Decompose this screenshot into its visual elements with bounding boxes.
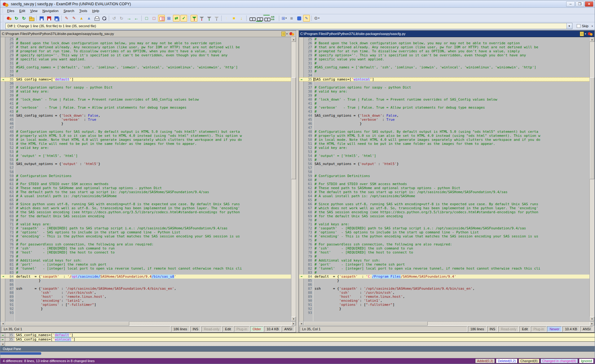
code-line[interactable]: 34 <box>299 73 589 77</box>
code-text[interactable]: } <box>15 122 291 126</box>
code-text[interactable]: # valid key are: <box>15 89 291 93</box>
code-line[interactable]: 38# valid key are: <box>1 89 291 93</box>
code-text[interactable]: SAS_output_options = {'output' : 'html5'… <box>15 162 291 166</box>
code-line[interactable]: 26# Based upon the lock_down configurati… <box>1 41 291 45</box>
diff-count-badge-chinch[interactable]: Changed in changed(8) <box>540 358 578 363</box>
code-line[interactable]: 27# that are defined already. Any necess… <box>1 45 291 49</box>
open-composite-icon[interactable]: ▲ <box>86 15 92 22</box>
code-line[interactable]: 47 <box>299 126 589 130</box>
code-line[interactable]: 87ssh = {'saspath' : '/opt/sasinside/SAS… <box>299 287 589 291</box>
code-text[interactable]: # 'host' - [REQUIRED] the host to connec… <box>314 250 589 254</box>
code-line[interactable]: 93 <box>299 311 589 315</box>
code-line[interactable]: 74# 'encoding' - This is the python enco… <box>1 234 291 238</box>
menu-item-view[interactable]: View <box>28 8 40 13</box>
code-text[interactable]: #SAS_config_names = ['default', 'ssh', '… <box>314 65 589 69</box>
menu-item-help[interactable]: Help <box>90 8 102 13</box>
open-files-icon[interactable] <box>28 15 35 22</box>
code-text[interactable]: # 'verbose' - True | False. True = Allow… <box>314 106 589 110</box>
code-text[interactable]: # The default path to the sas start up s… <box>15 190 291 194</box>
code-text[interactable]: # 'lock_down' - True | False. True = Pre… <box>314 98 589 102</box>
code-text[interactable]: 'host' : 'remote.linux.host', <box>314 295 589 299</box>
code-text[interactable]: # Since python uses utf-8, running SAS w… <box>15 202 291 206</box>
code-line[interactable]: 39# <box>299 93 589 98</box>
code-line[interactable]: 86 <box>299 283 589 287</box>
skip-diff-checkbox[interactable]: Skip <box>577 24 588 28</box>
menu-item-files[interactable]: Files <box>5 8 17 13</box>
code-text[interactable]: # 'host' - [REQUIRED] the host to connec… <box>15 250 291 254</box>
code-text[interactable] <box>314 311 589 315</box>
code-text[interactable]: # valid keys are: <box>314 222 589 226</box>
code-text[interactable]: # which does not work well as utf-8. So,… <box>15 206 291 210</box>
code-line[interactable]: 72# 'saspath' - [REQUIRED] path to SAS s… <box>1 226 291 230</box>
scroll-down-icon[interactable]: ▼ <box>590 317 594 321</box>
code-text[interactable]: # A usual install path is: /opt/sasinsid… <box>15 194 291 198</box>
code-line[interactable]: 44SAS_config_options = {'lock_down': Fal… <box>299 114 589 118</box>
code-text[interactable]: } <box>314 279 589 283</box>
code-line[interactable]: 78# 'host' - [REQUIRED] the host to conn… <box>1 250 291 254</box>
code-text[interactable]: # <box>314 158 589 162</box>
code-text[interactable]: # valid key are: <box>15 146 291 150</box>
code-text[interactable]: # The default path to the sas start up s… <box>314 190 589 194</box>
code-text[interactable]: # the SAS session encoding (see https://… <box>314 210 589 214</box>
code-line[interactable]: 70# <box>299 218 589 222</box>
code-line[interactable]: 40# 'lock_down' - True | False. True = P… <box>299 98 589 102</box>
code-text[interactable]: default = {'saspath' : '/opt/sasinside/S… <box>15 275 291 279</box>
scroll-up-icon[interactable]: ▲ <box>590 37 594 42</box>
code-line[interactable]: 53# <box>299 150 589 154</box>
code-text[interactable]: # valid keys are: <box>15 222 291 226</box>
code-text[interactable]: # <box>15 150 291 154</box>
code-text[interactable]: # for the default Unix SAS session encod… <box>15 214 291 218</box>
code-line[interactable]: 31# <box>1 61 291 65</box>
code-line[interactable]: 45 'verbose' : True <box>299 118 589 122</box>
save-first-icon[interactable] <box>46 15 52 22</box>
code-line[interactable]: 80# Additional valid keys for ssh: <box>299 258 589 262</box>
diff-report-icon[interactable]: ✎ <box>303 15 310 22</box>
diff-count-badge-deleted[interactable]: Deleted(0,2) <box>496 358 518 363</box>
code-line[interactable]: 62# These need path to SASHome and optio… <box>1 186 291 190</box>
save-all-icon[interactable] <box>53 15 60 22</box>
code-line[interactable]: 77# 'ssh' - [REQUIRED] the ssh command t… <box>1 246 291 250</box>
code-text[interactable]: # 'options' - SAS options to include in … <box>314 230 589 234</box>
code-text[interactable]: # the HTML file will need to be put in t… <box>15 142 291 146</box>
current-diff-combobox[interactable]: Diff 1: Change 1 line (35, first file) t… <box>5 23 572 29</box>
recompare-options-icon[interactable]: ↻ <box>20 15 27 22</box>
vscroll-thumb[interactable] <box>291 77 296 179</box>
code-line[interactable]: 60# <box>299 178 589 182</box>
code-text[interactable]: # specify options=''. This way it's spec… <box>314 53 589 57</box>
code-text[interactable]: 'encoding': 'latin1', <box>314 299 589 303</box>
code-text[interactable]: # <box>15 218 291 222</box>
code-line[interactable]: 67# which does not work well as utf-8. S… <box>1 206 291 210</box>
replace-icon[interactable]: AB AB <box>271 15 277 22</box>
undo-icon[interactable]: ↺ <box>111 15 117 22</box>
menu-item-navigation[interactable]: Navigation <box>40 8 61 13</box>
code-line[interactable]: 52# valid key are: <box>299 146 589 150</box>
code-line[interactable]: 75# <box>1 238 291 242</box>
grid-view-icon[interactable]: ⊞ <box>165 15 172 22</box>
code-text[interactable]: # <box>15 254 291 258</box>
code-line[interactable]: 34 <box>1 73 291 77</box>
code-text[interactable]: # Based upon the lock_down configuration… <box>314 41 589 45</box>
code-text[interactable]: # <box>314 61 589 65</box>
code-text[interactable]: # <box>15 69 291 73</box>
code-line[interactable]: 30# specific value you want applied. <box>299 57 589 61</box>
vscroll-thumb[interactable] <box>590 77 594 179</box>
code-line[interactable]: 45 'verbose' : True <box>1 118 291 122</box>
code-line[interactable]: 42# 'verbose' - True | False. True = All… <box>299 106 589 110</box>
next-difference-icon[interactable]: → <box>126 15 132 22</box>
code-line[interactable]: 89 'host' : 'remote.linux.host', <box>1 295 291 299</box>
code-line[interactable]: 83# <box>299 271 589 275</box>
minimize-button[interactable]: – <box>566 1 575 7</box>
hscroll-thumb[interactable] <box>5 322 129 326</box>
code-line[interactable]: 74# 'encoding' - This is the python enco… <box>299 234 589 238</box>
code-line[interactable]: 66# Since python uses utf-8, running SAS… <box>1 202 291 206</box>
code-line[interactable]: 80# Additional valid keys for ssh: <box>1 258 291 262</box>
code-text[interactable]: # <box>314 150 589 154</box>
code-text[interactable]: # For STDIO and STDIO over SSH access me… <box>15 182 291 186</box>
code-text[interactable]: # <box>314 218 589 222</box>
scroll-left-icon[interactable]: ◄ <box>299 322 304 326</box>
code-line[interactable]: 90 'encoding': 'latin1', <box>1 299 291 303</box>
code-line[interactable]: 57 <box>299 166 589 170</box>
code-line[interactable]: 42# 'verbose' - True | False. True = All… <box>1 106 291 110</box>
code-text[interactable] <box>314 126 589 130</box>
code-line[interactable]: 29# specify options=''. This way it's sp… <box>299 53 589 57</box>
